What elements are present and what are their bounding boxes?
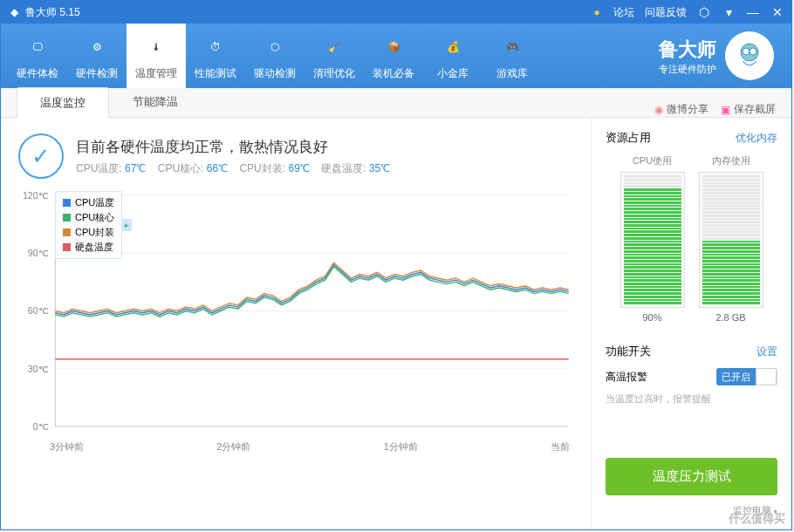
app-title: 鲁大师 5.15 bbox=[25, 5, 80, 20]
toolbar-vault[interactable]: 💰小金库 bbox=[423, 24, 483, 88]
toolbar-cleanup[interactable]: 🧹清理优化 bbox=[305, 24, 364, 88]
stress-test-button[interactable]: 温度压力测试 bbox=[606, 458, 777, 495]
hw-detect-icon: ⚙ bbox=[81, 31, 113, 63]
brand-title: 鲁大师 bbox=[659, 37, 716, 63]
close-button[interactable]: ✕ bbox=[770, 5, 784, 19]
legend-collapse-icon[interactable]: ▸ bbox=[122, 219, 132, 231]
cpu-gauge-label: CPU使用 bbox=[620, 154, 685, 167]
status-headline: 目前各硬件温度均正常，散热情况良好 bbox=[76, 137, 399, 157]
svg-text:30℃: 30℃ bbox=[28, 365, 48, 374]
tab-cooling[interactable]: 节能降温 bbox=[109, 86, 202, 117]
hw-check-icon: 🖵 bbox=[22, 31, 53, 63]
tab-monitor[interactable]: 温度监控 bbox=[17, 87, 109, 118]
main-toolbar: 🖵硬件体检⚙硬件检测🌡温度管理⏱性能测试⬡驱动检测🧹清理优化📦装机必备💰小金库🎮… bbox=[1, 24, 791, 88]
essentials-icon: 📦 bbox=[378, 31, 409, 63]
svg-point-1 bbox=[743, 48, 750, 55]
chart-x-axis: 3分钟前2分钟前1分钟前当前 bbox=[18, 439, 573, 454]
cpu-gauge-value: 90% bbox=[620, 312, 685, 323]
legend-swatch bbox=[63, 243, 71, 251]
legend-swatch bbox=[63, 214, 71, 222]
legend-item: CPU核心 bbox=[63, 210, 114, 225]
legend-item: 硬盘温度 bbox=[63, 240, 114, 255]
minimize-button[interactable]: — bbox=[746, 5, 760, 19]
toolbar-hw-check[interactable]: 🖵硬件体检 bbox=[8, 24, 67, 88]
vault-icon: 💰 bbox=[437, 31, 469, 63]
brand-subtitle: 专注硬件防护 bbox=[659, 63, 716, 76]
medal-icon: ● bbox=[591, 6, 603, 18]
titlebar: ◆ 鲁大师 5.15 ● 论坛 问题反馈 ⬡ ▾ — ✕ bbox=[1, 1, 791, 24]
gamelib-icon: 🎮 bbox=[496, 31, 528, 63]
tabbar: 温度监控节能降温 ◉微博分享 ▣保存截屏 bbox=[1, 88, 791, 118]
alarm-label: 高温报警 bbox=[606, 370, 647, 385]
toolbar-essentials[interactable]: 📦装机必备 bbox=[364, 24, 423, 88]
toolbar-perf-test[interactable]: ⏱性能测试 bbox=[186, 24, 245, 88]
camera-icon: ▣ bbox=[721, 104, 730, 116]
temp-summary: CPU温度: 67℃ CPU核心: 66℃ CPU封装: 69℃ 硬盘温度: 3… bbox=[76, 161, 399, 176]
drv-detect-icon: ⬡ bbox=[259, 31, 291, 63]
mascot-icon bbox=[725, 31, 774, 80]
legend-item: CPU温度 bbox=[63, 195, 114, 210]
legend-item: CPU封装 bbox=[63, 225, 114, 240]
weibo-icon: ◉ bbox=[654, 104, 663, 116]
legend-swatch bbox=[63, 199, 71, 207]
svg-text:120℃: 120℃ bbox=[23, 191, 48, 201]
alarm-toggle[interactable]: 已开启 bbox=[716, 368, 777, 385]
cleanup-icon: 🧹 bbox=[318, 31, 350, 63]
app-icon: ◆ bbox=[8, 6, 20, 18]
footer-status: 监控电脑▪ bbox=[606, 504, 777, 517]
temperature-chart: ▸ CPU温度CPU核心CPU封装硬盘温度 0℃30℃60℃90℃120℃ 3分… bbox=[18, 191, 573, 460]
legend-swatch bbox=[63, 228, 71, 236]
temp-mgmt-icon: 🌡 bbox=[140, 31, 172, 63]
svg-text:90℃: 90℃ bbox=[28, 249, 48, 259]
forum-link[interactable]: 论坛 bbox=[613, 5, 634, 20]
settings-link[interactable]: 设置 bbox=[756, 344, 777, 359]
skin-icon[interactable]: ⬡ bbox=[697, 5, 711, 19]
switches-title: 功能开关 bbox=[606, 344, 651, 359]
toolbar-drv-detect[interactable]: ⬡驱动检测 bbox=[245, 24, 305, 88]
weibo-share[interactable]: ◉微博分享 bbox=[654, 102, 708, 117]
perf-test-icon: ⏱ bbox=[200, 31, 231, 63]
resource-title: 资源占用 bbox=[606, 130, 651, 146]
optimize-memory-link[interactable]: 优化内存 bbox=[736, 131, 777, 146]
svg-point-2 bbox=[750, 48, 756, 55]
svg-text:60℃: 60℃ bbox=[28, 307, 48, 317]
menu-icon[interactable]: ▾ bbox=[722, 5, 736, 19]
mem-gauge-value: 2.8 GB bbox=[699, 312, 763, 323]
feedback-link[interactable]: 问题反馈 bbox=[645, 5, 687, 20]
svg-text:0℃: 0℃ bbox=[33, 422, 48, 432]
brand: 鲁大师专注硬件防护 bbox=[659, 31, 784, 80]
toolbar-gamelib[interactable]: 🎮游戏库 bbox=[483, 24, 542, 88]
save-screenshot[interactable]: ▣保存截屏 bbox=[721, 102, 776, 117]
monitor-icon: ▪ bbox=[774, 506, 777, 516]
status-ok-icon: ✓ bbox=[18, 133, 64, 179]
cpu-gauge bbox=[620, 172, 685, 308]
mem-gauge bbox=[699, 172, 763, 308]
toolbar-hw-detect[interactable]: ⚙硬件检测 bbox=[67, 24, 127, 88]
alarm-hint: 当温度过高时，报警提醒 bbox=[606, 392, 777, 406]
chart-legend: ▸ CPU温度CPU核心CPU封装硬盘温度 bbox=[55, 191, 122, 259]
mem-gauge-label: 内存使用 bbox=[699, 154, 763, 167]
toolbar-temp-mgmt[interactable]: 🌡温度管理 bbox=[127, 24, 186, 88]
